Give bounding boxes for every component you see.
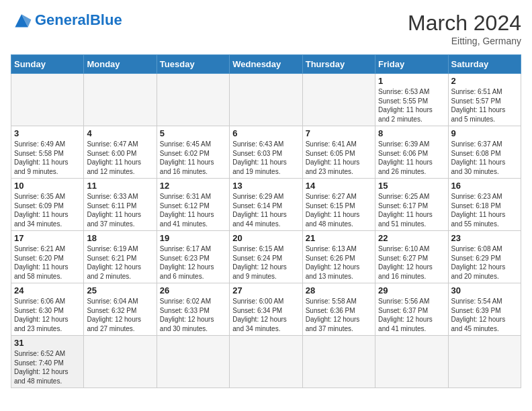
day-number: 23 [451,233,518,243]
day-info: Sunrise: 6:43 AM Sunset: 6:03 PM Dayligh… [232,140,299,176]
day-number: 16 [451,181,518,191]
calendar-cell: 7Sunrise: 6:41 AM Sunset: 6:05 PM Daylig… [302,126,375,179]
day-info: Sunrise: 6:35 AM Sunset: 6:09 PM Dayligh… [14,192,81,228]
calendar-cell: 26Sunrise: 6:02 AM Sunset: 6:33 PM Dayli… [157,283,229,336]
calendar-cell: 1Sunrise: 6:53 AM Sunset: 5:55 PM Daylig… [375,74,448,126]
day-info: Sunrise: 6:33 AM Sunset: 6:11 PM Dayligh… [87,192,153,228]
day-number: 9 [451,128,518,138]
weekday-header-row: SundayMondayTuesdayWednesdayThursdayFrid… [11,55,521,74]
day-number: 10 [14,181,81,191]
day-number: 12 [160,181,226,191]
day-info: Sunrise: 6:29 AM Sunset: 6:14 PM Dayligh… [232,192,299,228]
page-header: GeneralBlue March 2024 Eitting, Germany [11,11,521,46]
calendar-week-row: 1Sunrise: 6:53 AM Sunset: 5:55 PM Daylig… [11,74,521,126]
day-info: Sunrise: 6:51 AM Sunset: 5:57 PM Dayligh… [451,87,518,124]
calendar-cell: 4Sunrise: 6:47 AM Sunset: 6:00 PM Daylig… [84,126,157,179]
day-number: 5 [160,128,226,138]
logo-text: GeneralBlue [35,11,122,29]
weekday-header-wednesday: Wednesday [230,55,302,74]
day-number: 30 [451,285,518,295]
day-number: 24 [14,285,81,295]
logo-blue: Blue [90,11,122,28]
day-info: Sunrise: 6:41 AM Sunset: 6:05 PM Dayligh… [306,140,372,176]
calendar-cell: 13Sunrise: 6:29 AM Sunset: 6:14 PM Dayli… [230,179,302,231]
logo: GeneralBlue [11,11,122,30]
day-info: Sunrise: 6:19 AM Sunset: 6:21 PM Dayligh… [87,244,153,281]
weekday-header-friday: Friday [375,55,448,74]
calendar-cell: 15Sunrise: 6:25 AM Sunset: 6:17 PM Dayli… [375,179,448,231]
calendar-cell: 21Sunrise: 6:13 AM Sunset: 6:26 PM Dayli… [302,231,375,283]
day-number: 8 [378,128,445,138]
day-number: 20 [232,233,299,243]
day-info: Sunrise: 6:00 AM Sunset: 6:34 PM Dayligh… [232,297,299,333]
calendar-cell [230,336,302,388]
calendar-table: SundayMondayTuesdayWednesdayThursdayFrid… [11,54,521,388]
day-info: Sunrise: 5:56 AM Sunset: 6:37 PM Dayligh… [378,297,445,333]
day-number: 15 [378,181,445,191]
calendar-cell: 25Sunrise: 6:04 AM Sunset: 6:32 PM Dayli… [84,283,157,336]
calendar-week-row: 17Sunrise: 6:21 AM Sunset: 6:20 PM Dayli… [11,231,521,283]
day-info: Sunrise: 6:27 AM Sunset: 6:15 PM Dayligh… [306,192,372,228]
logo-general: General [35,11,90,28]
day-number: 4 [87,128,153,138]
day-info: Sunrise: 5:54 AM Sunset: 6:39 PM Dayligh… [451,297,518,333]
day-number: 28 [306,285,372,295]
calendar-cell [448,336,521,388]
day-number: 3 [14,128,81,138]
calendar-cell [375,336,448,388]
day-info: Sunrise: 6:49 AM Sunset: 5:58 PM Dayligh… [14,140,81,176]
day-info: Sunrise: 6:15 AM Sunset: 6:24 PM Dayligh… [232,244,299,281]
day-info: Sunrise: 6:25 AM Sunset: 6:17 PM Dayligh… [378,192,445,228]
day-info: Sunrise: 6:39 AM Sunset: 6:06 PM Dayligh… [378,140,445,176]
day-number: 26 [160,285,226,295]
calendar-cell: 14Sunrise: 6:27 AM Sunset: 6:15 PM Dayli… [302,179,375,231]
location-subtitle: Eitting, Germany [408,36,521,46]
calendar-cell: 2Sunrise: 6:51 AM Sunset: 5:57 PM Daylig… [448,74,521,126]
weekday-header-thursday: Thursday [302,55,375,74]
day-info: Sunrise: 6:21 AM Sunset: 6:20 PM Dayligh… [14,244,81,281]
calendar-cell: 12Sunrise: 6:31 AM Sunset: 6:12 PM Dayli… [157,179,229,231]
day-number: 19 [160,233,226,243]
day-number: 14 [306,181,372,191]
calendar-cell [157,336,229,388]
calendar-week-row: 31Sunrise: 6:52 AM Sunset: 7:40 PM Dayli… [11,336,521,388]
calendar-cell: 6Sunrise: 6:43 AM Sunset: 6:03 PM Daylig… [230,126,302,179]
day-info: Sunrise: 6:13 AM Sunset: 6:26 PM Dayligh… [306,244,372,281]
calendar-cell [230,74,302,126]
day-info: Sunrise: 6:06 AM Sunset: 6:30 PM Dayligh… [14,297,81,333]
calendar-cell: 24Sunrise: 6:06 AM Sunset: 6:30 PM Dayli… [11,283,84,336]
day-info: Sunrise: 6:08 AM Sunset: 6:29 PM Dayligh… [451,244,518,281]
weekday-header-monday: Monday [84,55,157,74]
day-number: 25 [87,285,153,295]
day-info: Sunrise: 5:58 AM Sunset: 6:36 PM Dayligh… [306,297,372,333]
day-info: Sunrise: 6:52 AM Sunset: 7:40 PM Dayligh… [14,349,81,385]
calendar-cell: 28Sunrise: 5:58 AM Sunset: 6:36 PM Dayli… [302,283,375,336]
day-info: Sunrise: 6:37 AM Sunset: 6:08 PM Dayligh… [451,140,518,176]
calendar-cell: 11Sunrise: 6:33 AM Sunset: 6:11 PM Dayli… [84,179,157,231]
calendar-cell: 3Sunrise: 6:49 AM Sunset: 5:58 PM Daylig… [11,126,84,179]
calendar-cell: 19Sunrise: 6:17 AM Sunset: 6:23 PM Dayli… [157,231,229,283]
calendar-cell: 22Sunrise: 6:10 AM Sunset: 6:27 PM Dayli… [375,231,448,283]
calendar-week-row: 3Sunrise: 6:49 AM Sunset: 5:58 PM Daylig… [11,126,521,179]
calendar-cell [302,336,375,388]
calendar-cell: 27Sunrise: 6:00 AM Sunset: 6:34 PM Dayli… [230,283,302,336]
calendar-cell: 10Sunrise: 6:35 AM Sunset: 6:09 PM Dayli… [11,179,84,231]
weekday-header-saturday: Saturday [448,55,521,74]
calendar-cell: 8Sunrise: 6:39 AM Sunset: 6:06 PM Daylig… [375,126,448,179]
month-year-title: March 2024 [408,11,521,36]
calendar-cell: 29Sunrise: 5:56 AM Sunset: 6:37 PM Dayli… [375,283,448,336]
day-info: Sunrise: 6:53 AM Sunset: 5:55 PM Dayligh… [378,87,445,124]
day-number: 11 [87,181,153,191]
calendar-cell: 9Sunrise: 6:37 AM Sunset: 6:08 PM Daylig… [448,126,521,179]
calendar-cell: 17Sunrise: 6:21 AM Sunset: 6:20 PM Dayli… [11,231,84,283]
logo-icon [11,11,32,30]
day-info: Sunrise: 6:10 AM Sunset: 6:27 PM Dayligh… [378,244,445,281]
day-info: Sunrise: 6:17 AM Sunset: 6:23 PM Dayligh… [160,244,226,281]
day-number: 17 [14,233,81,243]
calendar-cell: 16Sunrise: 6:23 AM Sunset: 6:18 PM Dayli… [448,179,521,231]
day-number: 31 [14,338,81,348]
calendar-week-row: 10Sunrise: 6:35 AM Sunset: 6:09 PM Dayli… [11,179,521,231]
day-number: 6 [232,128,299,138]
calendar-cell: 18Sunrise: 6:19 AM Sunset: 6:21 PM Dayli… [84,231,157,283]
calendar-cell: 5Sunrise: 6:45 AM Sunset: 6:02 PM Daylig… [157,126,229,179]
